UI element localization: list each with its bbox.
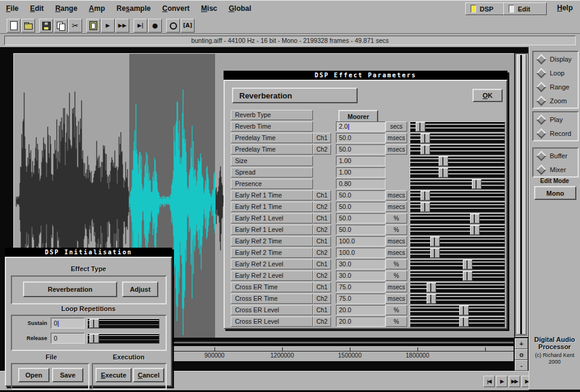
param-slider-thumb[interactable] — [427, 294, 436, 304]
param-value-input[interactable]: 30.0 — [336, 271, 385, 281]
menu-item-edit[interactable]: Edit — [30, 4, 44, 13]
param-slider[interactable] — [410, 190, 505, 201]
open-button[interactable]: Open — [18, 368, 50, 382]
param-value-input[interactable]: 50.0 — [336, 213, 385, 223]
param-value-input[interactable]: 50.0 — [336, 190, 385, 201]
execute-button[interactable]: Execute — [95, 368, 132, 382]
record-button[interactable]: ● — [148, 19, 162, 33]
param-slider-thumb[interactable] — [439, 156, 448, 166]
param-value-input[interactable]: 100.0 — [336, 236, 385, 246]
param-slider-thumb[interactable] — [427, 283, 436, 292]
param-slider-thumb[interactable] — [416, 122, 425, 132]
ok-button[interactable]: OK — [472, 89, 503, 102]
param-slider[interactable] — [410, 121, 505, 132]
transport-button-2[interactable]: ▶▶ — [509, 376, 520, 387]
param-slider[interactable] — [410, 225, 505, 236]
param-slider-thumb[interactable] — [439, 168, 448, 178]
menu-item-global[interactable]: Global — [229, 4, 251, 13]
release-input[interactable]: 0 — [51, 333, 85, 344]
param-value-input[interactable]: 100.0 — [336, 248, 385, 258]
param-slider-thumb[interactable] — [470, 214, 480, 223]
zoom-out-button[interactable]: - — [515, 360, 528, 371]
param-slider[interactable] — [410, 236, 505, 247]
loop-button[interactable] — [166, 19, 180, 33]
param-value-input[interactable]: 1.00 — [336, 167, 385, 178]
param-value-input[interactable]: 20.0 — [336, 316, 385, 327]
edit-toggle-button[interactable]: Edit — [503, 2, 547, 15]
zoom-reset-button[interactable]: o — [515, 349, 528, 360]
param-value-input[interactable]: 1.00 — [336, 156, 385, 166]
save-button[interactable]: Save — [52, 368, 83, 382]
channel-button[interactable]: Ch2 — [313, 248, 331, 258]
sidebar-item-loop[interactable]: Loop — [533, 66, 578, 80]
param-slider[interactable] — [410, 316, 505, 327]
channel-button[interactable]: Ch1 — [313, 259, 331, 269]
param-value-input[interactable]: 50.0 — [336, 202, 385, 212]
channel-button[interactable]: Ch1 — [313, 282, 331, 292]
channel-button[interactable]: Ch2 — [313, 225, 331, 235]
param-slider[interactable] — [410, 202, 505, 213]
paste-button[interactable] — [86, 19, 100, 33]
adjust-button[interactable]: Adjust — [122, 281, 158, 297]
play-all-button[interactable]: ▶▶ — [115, 19, 129, 33]
release-slider-thumb[interactable] — [89, 334, 99, 343]
channel-button[interactable]: Ch1 — [313, 213, 331, 223]
param-value-input[interactable]: 75.0 — [336, 282, 385, 292]
sustain-input[interactable]: 0| — [51, 318, 85, 329]
transport-button-1[interactable]: ▶ — [496, 376, 507, 387]
param-value-input[interactable]: 2.0| — [336, 121, 385, 132]
release-slider[interactable] — [87, 333, 160, 344]
channel-button[interactable]: Ch2 — [313, 144, 331, 155]
menu-item-range[interactable]: Range — [55, 4, 77, 13]
param-slider-thumb[interactable] — [463, 271, 472, 281]
param-slider[interactable] — [410, 179, 505, 190]
reverb-type-button[interactable]: Moorer — [338, 110, 378, 123]
param-value-input[interactable]: 20.0 — [336, 305, 385, 315]
param-slider-thumb[interactable] — [420, 191, 430, 201]
sidebar-item-mixer[interactable]: Mixer — [533, 162, 578, 176]
menu-item-help[interactable]: Help — [557, 4, 573, 12]
param-slider[interactable] — [410, 144, 505, 155]
sidebar-item-play[interactable]: Play — [533, 112, 578, 126]
param-value-input[interactable]: 50.0 — [336, 225, 385, 235]
sidebar-item-zoom[interactable]: Zoom — [533, 94, 578, 108]
sidebar-item-display[interactable]: Display — [533, 52, 578, 66]
open-file-button[interactable] — [21, 19, 35, 33]
sidebar-item-record[interactable]: Record — [533, 126, 578, 140]
copy-button[interactable] — [54, 19, 68, 33]
play-range-button[interactable]: ▶| — [134, 19, 147, 33]
zoom-in-button[interactable]: + — [515, 338, 528, 349]
dsp-toggle-button[interactable]: DSP — [465, 2, 509, 15]
param-slider[interactable] — [410, 156, 505, 167]
param-value-input[interactable]: 0.80 — [336, 179, 385, 189]
fx-dialog-titlebar[interactable]: DSP Effect Parameters — [224, 71, 507, 80]
param-value-input[interactable]: 50.0 — [336, 133, 385, 143]
label-a-button[interactable]: [A] — [181, 19, 195, 33]
channel-button[interactable]: Ch1 — [313, 305, 331, 315]
init-dialog-titlebar[interactable]: DSP Initialisation — [5, 248, 172, 257]
menu-item-resample[interactable]: Resample — [117, 4, 151, 13]
sidebar-item-buffer[interactable]: Buffer — [533, 149, 578, 162]
cancel-button[interactable]: Cancel — [133, 368, 164, 382]
menu-item-misc[interactable]: Misc — [201, 4, 218, 13]
channel-button[interactable]: Ch2 — [313, 202, 331, 212]
channel-button[interactable]: Ch2 — [313, 316, 331, 327]
sustain-slider[interactable] — [87, 318, 160, 329]
param-slider-thumb[interactable] — [420, 202, 430, 212]
param-slider-thumb[interactable] — [459, 317, 469, 327]
param-slider-thumb[interactable] — [470, 225, 480, 235]
vertical-scrollbar-thumb[interactable] — [517, 54, 526, 335]
cut-button[interactable]: ✂ — [68, 19, 82, 33]
param-slider[interactable] — [410, 294, 505, 304]
channel-button[interactable]: Ch2 — [313, 294, 331, 304]
param-slider-thumb[interactable] — [463, 260, 472, 269]
mode-mono-button[interactable]: Mono — [534, 186, 576, 200]
sustain-slider-thumb[interactable] — [89, 319, 99, 328]
menu-item-file[interactable]: File — [6, 4, 19, 13]
save-file-button[interactable] — [39, 19, 53, 33]
menu-item-amp[interactable]: Amp — [89, 4, 105, 13]
effect-select-button[interactable]: Reverberation — [23, 281, 117, 297]
vertical-scrollbar[interactable] — [515, 53, 528, 337]
param-slider[interactable] — [410, 133, 505, 144]
play-button[interactable]: ▶ — [101, 19, 115, 33]
